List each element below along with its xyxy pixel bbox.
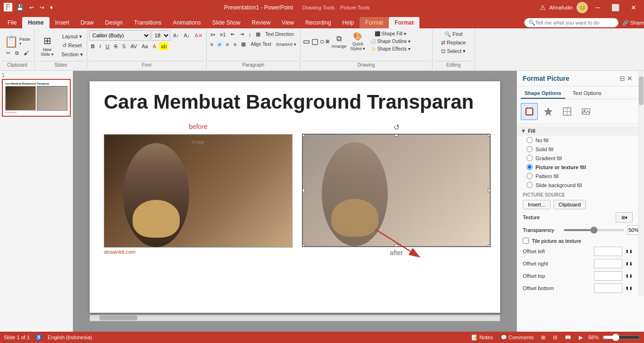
slide-bg-radio[interactable] bbox=[527, 182, 533, 188]
shape-more-icon[interactable]: ⊞ bbox=[325, 38, 330, 44]
fill-section-header[interactable]: ▼ Fill bbox=[517, 126, 638, 136]
pattern-fill-option[interactable]: Pattern fill bbox=[517, 172, 638, 180]
language[interactable]: English (Indonesia) bbox=[48, 334, 92, 340]
decrease-indent-button[interactable]: ⇤ bbox=[229, 30, 237, 38]
tab-transitions[interactable]: Transitions bbox=[128, 17, 167, 28]
highlight-button[interactable]: ab bbox=[159, 43, 168, 50]
tab-format-drawing[interactable]: Format bbox=[360, 17, 389, 28]
replace-button[interactable]: ⇄ Replace bbox=[439, 39, 468, 47]
line-spacing-button[interactable]: ↕ bbox=[247, 31, 253, 38]
shape-rect-icon[interactable]: ▭ bbox=[302, 36, 310, 46]
offset-right-input[interactable]: 0% bbox=[594, 259, 622, 268]
shape-rounded-icon[interactable]: ▢ bbox=[311, 36, 319, 46]
format-painter-button[interactable]: 🖌 bbox=[22, 49, 31, 57]
no-fill-option[interactable]: No fill bbox=[517, 136, 638, 145]
restore-button[interactable]: ⬜ bbox=[608, 3, 623, 12]
bullets-button[interactable]: ≡• bbox=[209, 31, 217, 38]
increase-indent-button[interactable]: ⇥ bbox=[238, 30, 246, 38]
offset-left-spin[interactable]: ⬆⬇ bbox=[625, 249, 633, 254]
columns-button[interactable]: ▦ bbox=[254, 30, 262, 38]
tab-draw[interactable]: Draw bbox=[75, 17, 100, 28]
char-spacing-button[interactable]: AV bbox=[128, 43, 139, 50]
shape-outline-button[interactable]: ⬜ Shape Outline ▾ bbox=[368, 38, 412, 45]
notes-button[interactable]: 📝 Notes bbox=[469, 334, 495, 342]
underline-button[interactable]: U bbox=[104, 43, 111, 50]
no-fill-radio[interactable] bbox=[527, 137, 533, 143]
convert-smartart-button[interactable]: SmartArt ▾ bbox=[274, 41, 298, 48]
after-image[interactable] bbox=[302, 134, 491, 247]
tab-review[interactable]: Review bbox=[246, 17, 276, 28]
find-button[interactable]: 🔍 Find bbox=[443, 30, 464, 38]
cut-button[interactable]: ✂ bbox=[4, 49, 12, 57]
tab-slideshow[interactable]: Slide Show bbox=[207, 17, 246, 28]
undo-icon[interactable]: ↩ bbox=[28, 3, 35, 12]
pattern-fill-radio[interactable] bbox=[527, 173, 533, 179]
numbering-button[interactable]: ≡1 bbox=[218, 31, 228, 38]
solid-fill-radio[interactable] bbox=[527, 146, 533, 152]
picture-icon-btn[interactable] bbox=[577, 103, 594, 120]
panel-scrollbar[interactable] bbox=[638, 71, 644, 296]
tab-insert[interactable]: Insert bbox=[50, 17, 75, 28]
add-col-button[interactable]: ▦ bbox=[239, 40, 248, 48]
justify-button[interactable]: ≡ bbox=[232, 41, 238, 48]
redo-icon[interactable]: ↪ bbox=[38, 3, 46, 12]
quick-styles-button[interactable]: 🎨 QuickStyles ▾ bbox=[348, 31, 368, 52]
new-slide-button[interactable]: ⊞ NewSlide ▾ bbox=[37, 34, 58, 58]
paste-button[interactable]: 📋 Paste ▾ bbox=[2, 34, 33, 49]
increase-font-button[interactable]: A↑ bbox=[171, 32, 181, 39]
customize-qat-icon[interactable]: ▾ bbox=[49, 3, 54, 12]
reading-view-button[interactable]: 📖 bbox=[563, 334, 573, 342]
handle-tl[interactable] bbox=[302, 134, 305, 137]
fill-line-icon-btn[interactable] bbox=[521, 103, 538, 120]
shadow-button[interactable]: S bbox=[120, 43, 127, 50]
tab-animations[interactable]: Animations bbox=[167, 17, 206, 28]
picture-fill-radio[interactable] bbox=[527, 164, 533, 170]
tab-help[interactable]: Help bbox=[337, 17, 360, 28]
handle-bm[interactable] bbox=[394, 244, 398, 247]
slide-bg-fill-option[interactable]: Slide background fill bbox=[517, 180, 638, 189]
align-text-button[interactable]: Align Text bbox=[249, 41, 273, 48]
handle-br[interactable] bbox=[488, 244, 491, 247]
handle-ml[interactable] bbox=[302, 189, 305, 192]
handle-tr[interactable] bbox=[488, 134, 491, 137]
slideshow-button[interactable]: ▶ bbox=[577, 334, 585, 342]
shape-ellipse-icon[interactable]: ○ bbox=[319, 37, 325, 46]
tab-file[interactable]: File bbox=[2, 17, 22, 28]
font-name-select[interactable]: Calibri (Body) bbox=[89, 30, 151, 41]
tab-view[interactable]: View bbox=[276, 17, 300, 28]
layout-button[interactable]: Layout ▾ bbox=[59, 33, 85, 41]
font-color-button[interactable]: A bbox=[151, 43, 158, 50]
minimize-button[interactable]: ─ bbox=[592, 3, 604, 12]
tab-home[interactable]: Home bbox=[22, 17, 49, 28]
section-button[interactable]: Section ▾ bbox=[59, 51, 85, 59]
rotation-handle[interactable]: ↺ bbox=[393, 123, 400, 131]
strikethrough-button[interactable]: S bbox=[112, 43, 119, 50]
copy-button[interactable]: ⧉ bbox=[13, 49, 21, 57]
offset-top-spin[interactable]: ⬆⬇ bbox=[625, 274, 633, 279]
offset-bottom-input[interactable]: 0% bbox=[594, 283, 622, 293]
transparency-slider[interactable] bbox=[563, 229, 624, 231]
align-center-button[interactable]: ≡ bbox=[216, 41, 223, 48]
transparency-input[interactable]: 50% bbox=[627, 225, 638, 235]
offset-left-input[interactable]: 0% bbox=[594, 247, 622, 256]
size-position-icon-btn[interactable] bbox=[559, 103, 576, 120]
align-left-button[interactable]: ≡ bbox=[209, 41, 215, 48]
zoom-slider[interactable] bbox=[602, 334, 640, 341]
align-right-button[interactable]: ≡ bbox=[224, 41, 231, 48]
slide-sorter-button[interactable]: ⊟ bbox=[551, 334, 559, 342]
clipboard-button[interactable]: Clipboard bbox=[553, 200, 586, 209]
share-button[interactable]: 🔗 Share bbox=[622, 20, 644, 26]
search-input[interactable] bbox=[535, 20, 606, 26]
handle-mr[interactable] bbox=[488, 189, 491, 192]
gradient-fill-radio[interactable] bbox=[527, 155, 533, 161]
before-image[interactable]: image bbox=[104, 134, 293, 248]
format-tab-shape[interactable]: Shape Options bbox=[521, 88, 565, 99]
format-tab-text[interactable]: Text Options bbox=[569, 88, 605, 99]
gradient-fill-option[interactable]: Gradient fill bbox=[517, 154, 638, 163]
format-panel-shrink-button[interactable]: ⊟ bbox=[619, 75, 625, 82]
normal-view-button[interactable]: ⊞ bbox=[539, 334, 547, 342]
picture-texture-fill-option[interactable]: Picture or texture fill bbox=[517, 163, 638, 172]
handle-bl[interactable] bbox=[302, 244, 305, 247]
close-button[interactable]: ✕ bbox=[627, 3, 640, 12]
h-scrollbar[interactable] bbox=[90, 315, 500, 321]
